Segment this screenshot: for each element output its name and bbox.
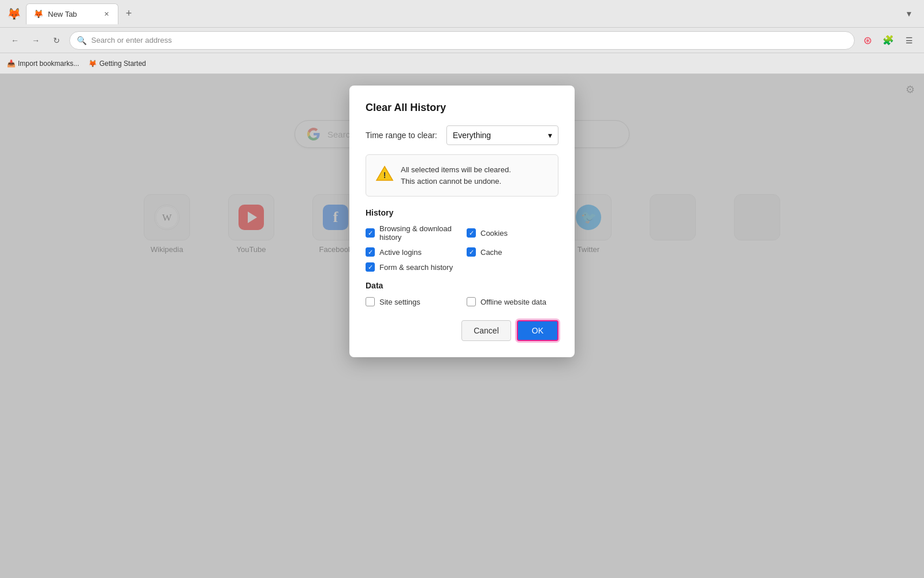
nav-right-buttons: ⊛ 🧩 ☰ bbox=[859, 32, 917, 49]
import-label: Import bookmarks... bbox=[18, 60, 79, 68]
firefox-logo: 🦊 bbox=[7, 7, 21, 21]
nav-bar: ← → ↻ 🔍 Search or enter address ⊛ 🧩 ☰ bbox=[0, 28, 924, 53]
warning-line1: All selected items will be cleared. bbox=[401, 164, 511, 176]
warning-text: All selected items will be cleared. This… bbox=[401, 164, 511, 187]
checkbox-cache[interactable]: Cache bbox=[467, 247, 558, 257]
checkbox-cache-box[interactable] bbox=[467, 247, 476, 257]
checkbox-site-settings-box[interactable] bbox=[366, 297, 375, 306]
checkbox-browsing-history-label: Browsing & download history bbox=[379, 224, 457, 242]
import-icon: 📥 bbox=[7, 60, 16, 68]
extensions-button[interactable]: 🧩 bbox=[880, 32, 896, 49]
bookmarks-bar: 📥 Import bookmarks... 🦊 Getting Started bbox=[0, 53, 924, 74]
getting-started-icon: 🦊 bbox=[88, 60, 97, 68]
menu-button[interactable]: ☰ bbox=[901, 32, 917, 49]
history-section-title: History bbox=[366, 208, 558, 217]
tab-bar: 🦊 New Tab ✕ + bbox=[26, 3, 896, 24]
search-icon: 🔍 bbox=[77, 36, 87, 45]
new-tab-button[interactable]: + bbox=[121, 6, 137, 22]
back-button[interactable]: ← bbox=[7, 32, 23, 49]
address-bar[interactable]: 🔍 Search or enter address bbox=[69, 31, 855, 50]
checkbox-site-settings[interactable]: Site settings bbox=[366, 297, 457, 306]
tab-title: New Tab bbox=[48, 10, 77, 18]
history-checkboxes: Browsing & download history Cookies Acti… bbox=[366, 224, 558, 272]
time-range-label: Time range to clear: bbox=[366, 131, 437, 140]
warning-box: ! All selected items will be cleared. Th… bbox=[366, 154, 558, 197]
new-tab[interactable]: 🦊 New Tab ✕ bbox=[26, 3, 118, 24]
warning-triangle-icon: ! bbox=[375, 164, 394, 186]
cancel-button[interactable]: Cancel bbox=[461, 320, 511, 341]
checkbox-form-search-box[interactable] bbox=[366, 262, 375, 272]
warning-line2: This action cannot be undone. bbox=[401, 176, 511, 187]
title-bar: 🦊 🦊 New Tab ✕ + ▾ bbox=[0, 0, 924, 28]
checkbox-site-settings-label: Site settings bbox=[379, 298, 420, 306]
getting-started-label: Getting Started bbox=[99, 60, 146, 68]
time-range-select[interactable]: Everything ▾ bbox=[446, 125, 558, 145]
checkbox-form-search-label: Form & search history bbox=[379, 263, 453, 272]
checkbox-active-logins-label: Active logins bbox=[379, 248, 422, 257]
forward-button[interactable]: → bbox=[28, 32, 44, 49]
time-range-row: Time range to clear: Everything ▾ bbox=[366, 125, 558, 145]
data-section-title: Data bbox=[366, 281, 558, 290]
checkbox-offline-data[interactable]: Offline website data bbox=[467, 297, 558, 306]
tab-close-button[interactable]: ✕ bbox=[102, 9, 111, 18]
checkbox-active-logins[interactable]: Active logins bbox=[366, 247, 457, 257]
time-range-value: Everything bbox=[453, 131, 491, 140]
bookmark-getting-started[interactable]: 🦊 Getting Started bbox=[88, 60, 146, 68]
checkbox-cookies-label: Cookies bbox=[480, 229, 508, 238]
bookmark-import[interactable]: 📥 Import bookmarks... bbox=[7, 60, 79, 68]
address-text: Search or enter address bbox=[91, 36, 172, 45]
pocket-button[interactable]: ⊛ bbox=[859, 32, 875, 49]
tab-list-button[interactable]: ▾ bbox=[901, 6, 917, 22]
reload-button[interactable]: ↻ bbox=[49, 32, 65, 49]
checkbox-cookies-box[interactable] bbox=[467, 228, 476, 238]
modal-overlay: Clear All History Time range to clear: E… bbox=[0, 74, 924, 578]
checkbox-active-logins-box[interactable] bbox=[366, 247, 375, 257]
ok-button[interactable]: OK bbox=[517, 320, 558, 341]
checkbox-offline-data-label: Offline website data bbox=[480, 298, 546, 306]
tab-favicon: 🦊 bbox=[33, 9, 43, 18]
chevron-down-icon: ▾ bbox=[548, 131, 552, 140]
checkbox-cookies[interactable]: Cookies bbox=[467, 224, 558, 242]
dialog-title: Clear All History bbox=[366, 102, 558, 114]
dialog-buttons: Cancel OK bbox=[366, 320, 558, 341]
page-content: ⚙ Search with Google bbox=[0, 74, 924, 578]
svg-text:!: ! bbox=[383, 171, 386, 180]
checkbox-cache-label: Cache bbox=[480, 248, 502, 257]
checkbox-offline-data-box[interactable] bbox=[467, 297, 476, 306]
data-checkboxes: Site settings Offline website data bbox=[366, 297, 558, 306]
checkbox-browsing-history[interactable]: Browsing & download history bbox=[366, 224, 457, 242]
clear-history-dialog: Clear All History Time range to clear: E… bbox=[349, 86, 575, 357]
browser-frame: 🦊 🦊 New Tab ✕ + ▾ ← → ↻ 🔍 Search or ente… bbox=[0, 0, 924, 578]
checkbox-browsing-history-box[interactable] bbox=[366, 228, 375, 238]
checkbox-form-search[interactable]: Form & search history bbox=[366, 262, 558, 272]
